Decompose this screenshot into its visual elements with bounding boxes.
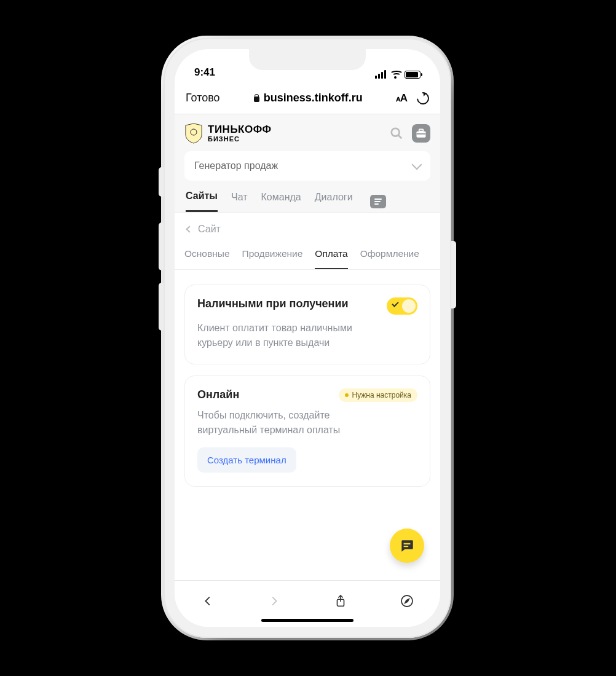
tab-sites[interactable]: Сайты [186, 191, 218, 212]
sub-tabs: Основные Продвижение Оплата Оформление [175, 240, 440, 270]
tab-chat[interactable]: Чат [231, 192, 248, 211]
breadcrumb-back[interactable]: Сайт [175, 213, 440, 240]
svg-rect-4 [419, 129, 424, 131]
volume-up-button [159, 222, 164, 270]
chat-bubble-icon [399, 538, 415, 554]
lock-icon [253, 94, 260, 102]
status-badge: Нужна настройка [339, 388, 418, 402]
shield-icon [184, 123, 203, 144]
svg-rect-5 [417, 133, 426, 135]
svg-rect-6 [404, 543, 411, 544]
toggle-cash[interactable] [387, 297, 417, 315]
page-header: ТИНЬКОФФ БИЗНЕС [175, 114, 440, 151]
check-icon [392, 300, 398, 307]
nav-forward-button[interactable] [266, 593, 282, 609]
svg-rect-7 [404, 546, 409, 547]
main-tabs: Сайты Чат Команда Диалоги [175, 181, 440, 212]
card-online-desc: Чтобы подключить, создайте виртуальный т… [197, 408, 369, 438]
card-cash: Наличными при получении Клиент оплатит т… [184, 285, 430, 364]
tab-dialogs[interactable]: Диалоги [315, 192, 353, 211]
subtab-design[interactable]: Оформление [360, 248, 419, 269]
notch [249, 49, 366, 70]
dot-icon [345, 393, 349, 397]
chevron-left-icon [186, 226, 192, 232]
svg-marker-11 [405, 599, 409, 603]
payment-cards: Наличными при получении Клиент оплатит т… [175, 270, 440, 501]
volume-down-button [159, 283, 164, 331]
search-button[interactable] [387, 124, 406, 143]
card-cash-desc: Клиент оплатит товар наличными курьеру и… [197, 321, 369, 350]
power-button [451, 241, 456, 309]
chat-fab[interactable] [390, 529, 424, 563]
wifi-icon [390, 71, 401, 79]
phone-frame: 9:41 Готово business.tinkoff.ru ᴀA [164, 38, 451, 638]
reload-button[interactable] [414, 89, 432, 106]
card-cash-title: Наличными при получении [197, 297, 349, 310]
chat-icon[interactable] [370, 195, 386, 208]
screen: 9:41 Готово business.tinkoff.ru ᴀA [175, 49, 440, 627]
svg-rect-3 [417, 132, 426, 138]
briefcase-button[interactable] [412, 124, 430, 143]
done-button[interactable]: Готово [186, 92, 220, 104]
brand-logo[interactable]: ТИНЬКОФФ БИЗНЕС [184, 123, 272, 144]
subtab-promo[interactable]: Продвижение [242, 248, 303, 269]
cellular-icon [375, 70, 386, 79]
nav-back-button[interactable] [200, 593, 216, 609]
tab-team[interactable]: Команда [261, 192, 301, 211]
share-button[interactable] [333, 593, 349, 609]
svg-line-2 [398, 135, 402, 139]
subtab-payment[interactable]: Оплата [315, 248, 347, 269]
mute-switch [159, 167, 164, 197]
brand-line2: БИЗНЕС [208, 136, 272, 143]
dropdown-value: Генератор продаж [194, 160, 278, 171]
create-terminal-button[interactable]: Создать терминал [197, 447, 296, 473]
text-size-button[interactable]: ᴀA [396, 92, 407, 104]
svg-point-1 [392, 128, 400, 136]
url-text: business.tinkoff.ru [264, 92, 363, 104]
badge-text: Нужна настройка [352, 391, 412, 399]
status-time: 9:41 [194, 66, 215, 79]
chevron-down-icon [412, 160, 422, 170]
compass-button[interactable] [399, 593, 415, 609]
card-online: Онлайн Нужна настройка Чтобы подключить,… [184, 375, 430, 487]
home-indicator[interactable] [261, 619, 353, 622]
card-online-title: Онлайн [197, 388, 239, 401]
section-dropdown[interactable]: Генератор продаж [184, 151, 430, 181]
address-bar[interactable]: business.tinkoff.ru [230, 92, 386, 104]
toggle-knob [402, 299, 416, 313]
browser-top-bar: Готово business.tinkoff.ru ᴀA [175, 82, 440, 114]
breadcrumb-label: Сайт [198, 224, 221, 235]
subtab-main[interactable]: Основные [184, 248, 230, 269]
battery-icon [405, 71, 421, 79]
brand-line1: ТИНЬКОФФ [208, 124, 272, 135]
